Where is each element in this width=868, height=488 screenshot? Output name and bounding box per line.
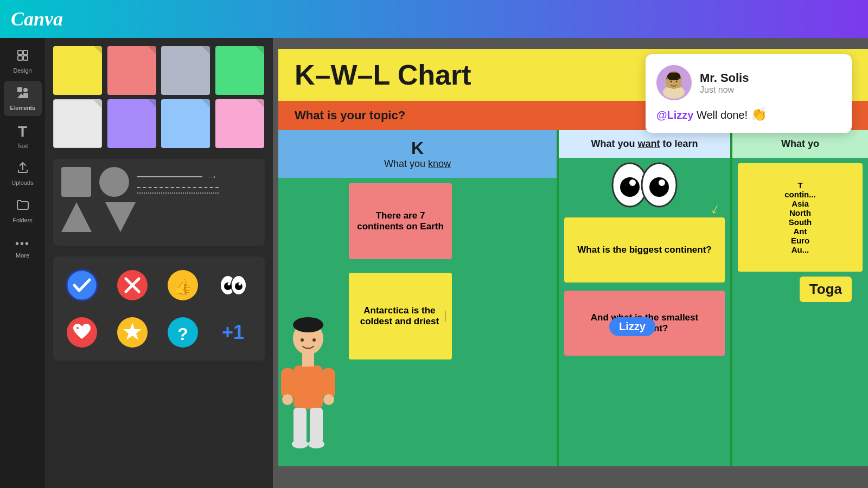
kwl-title: K–W–L Chart bbox=[295, 59, 471, 91]
sidebar-item-text[interactable]: T Text bbox=[4, 118, 42, 153]
lizzy-cursor-label: Lizzy bbox=[609, 317, 655, 336]
note-7-continents[interactable]: There are 7 continents on Earth bbox=[349, 183, 452, 259]
plus1-sticker[interactable]: +1 bbox=[213, 312, 253, 352]
kwl-l-header: What yo bbox=[732, 130, 868, 158]
note-antarctica[interactable]: Antarctica is the coldest and driest bbox=[349, 273, 452, 359]
more-icon: ••• bbox=[15, 237, 30, 250]
design-icon bbox=[16, 49, 29, 65]
sticky-salmon[interactable] bbox=[107, 46, 156, 95]
triangle-up-shape[interactable] bbox=[61, 202, 92, 232]
svg-point-17 bbox=[227, 282, 230, 285]
comment-header: Mr. Solis Just now bbox=[656, 65, 841, 100]
kwl-columns: K What you know There are 7 continents o… bbox=[278, 130, 868, 466]
question-sticker[interactable]: ? bbox=[162, 312, 203, 352]
sidebar-item-uploads[interactable]: Uploads bbox=[4, 156, 42, 191]
sticky-white[interactable] bbox=[53, 99, 102, 148]
k-col-content: There are 7 continents on Earth Antarcti… bbox=[278, 178, 557, 449]
sticky-purple[interactable] bbox=[107, 99, 156, 148]
canvas-area[interactable]: K–W–L Chart What is your topic? K What y… bbox=[273, 38, 868, 488]
uploads-icon bbox=[16, 161, 29, 177]
triangle-down-shape[interactable] bbox=[105, 202, 136, 232]
sidebar-item-design[interactable]: Design bbox=[4, 43, 42, 79]
sticky-pink[interactable] bbox=[215, 99, 264, 148]
sticky-yellow[interactable] bbox=[53, 46, 102, 95]
main-layout: Design Elements T Text bbox=[0, 38, 868, 488]
commenter-name: Mr. Solis bbox=[700, 71, 749, 85]
checkmark-sticker[interactable] bbox=[61, 265, 102, 305]
solid-line bbox=[137, 176, 202, 177]
sticky-blue[interactable] bbox=[161, 99, 210, 148]
cross-sticker[interactable] bbox=[112, 265, 152, 305]
dotted-line[interactable] bbox=[137, 192, 219, 194]
folders-icon bbox=[16, 198, 29, 215]
sidebar-uploads-label: Uploads bbox=[11, 179, 33, 186]
svg-point-50 bbox=[671, 81, 672, 82]
star-sticker[interactable] bbox=[112, 312, 152, 352]
svg-point-29 bbox=[282, 394, 293, 405]
svg-rect-31 bbox=[302, 353, 314, 367]
elements-icon bbox=[16, 86, 29, 102]
eyes-sticker[interactable] bbox=[213, 265, 253, 305]
lines-group: → bbox=[137, 170, 257, 194]
svg-rect-4 bbox=[17, 87, 22, 92]
svg-point-42 bbox=[629, 179, 636, 186]
svg-point-37 bbox=[312, 338, 316, 342]
square-shape[interactable] bbox=[61, 167, 91, 197]
kwl-k-subtitle: What you know bbox=[286, 158, 548, 170]
comment-message: Well done! bbox=[697, 109, 751, 121]
shapes-panel: → bbox=[53, 159, 265, 246]
note-biggest-continent[interactable]: What is the biggest continent? bbox=[564, 217, 725, 282]
stickers-grid bbox=[53, 46, 265, 148]
shapes-row-2 bbox=[61, 202, 257, 232]
svg-rect-33 bbox=[310, 408, 323, 443]
svg-rect-2 bbox=[18, 56, 22, 60]
sidebar-item-elements[interactable]: Elements bbox=[4, 81, 42, 116]
thumbsup-sticker[interactable]: 👍 bbox=[162, 265, 203, 305]
kwl-w-header: What you want to learn bbox=[559, 130, 730, 158]
l-col-notes: Tcontin...AsiaNorthSouthAntEuroAu... bbox=[732, 158, 868, 277]
svg-point-25 bbox=[293, 317, 323, 332]
svg-rect-1 bbox=[23, 50, 28, 55]
text-icon: T bbox=[18, 123, 27, 140]
sidebar-item-folders[interactable]: Folders bbox=[4, 193, 42, 228]
dashed-line[interactable] bbox=[137, 187, 219, 188]
svg-point-34 bbox=[292, 440, 308, 448]
comment-emoji: 👏 bbox=[751, 107, 767, 121]
svg-point-40 bbox=[620, 177, 640, 197]
svg-point-36 bbox=[301, 338, 304, 342]
sidebar-folders-label: Folders bbox=[12, 217, 33, 223]
svg-text:?: ? bbox=[177, 324, 188, 344]
svg-rect-7 bbox=[23, 93, 28, 98]
kwl-k-column: K What you know There are 7 continents o… bbox=[278, 130, 559, 466]
svg-rect-52 bbox=[667, 73, 680, 80]
kwl-w-column: What you want to learn ↓ bbox=[559, 130, 732, 466]
text-cursor bbox=[445, 311, 445, 322]
kwl-k-header: K What you know bbox=[278, 130, 557, 178]
svg-rect-3 bbox=[23, 56, 28, 60]
sticky-gray[interactable] bbox=[161, 46, 210, 95]
arrow-line[interactable]: → bbox=[137, 170, 257, 183]
sidebar-item-more[interactable]: ••• More bbox=[4, 230, 42, 266]
sticky-green[interactable] bbox=[215, 46, 264, 95]
kwl-w-subtitle: What you want to learn bbox=[567, 138, 722, 150]
shapes-row-1: → bbox=[61, 167, 257, 197]
sidebar: Design Elements T Text bbox=[0, 38, 45, 488]
w-col-notes: What is the biggest continent? And what … bbox=[559, 212, 730, 361]
eyes-sticker-container: ↓ bbox=[559, 158, 730, 212]
heart-sticker[interactable] bbox=[61, 312, 102, 352]
top-bar: Canva bbox=[0, 0, 868, 38]
comment-user-info: Mr. Solis Just now bbox=[700, 71, 749, 95]
comment-body: @Lizzy Well done! 👏 bbox=[656, 107, 841, 122]
canva-logo[interactable]: Canva bbox=[11, 8, 63, 30]
kwl-l-subtitle: What yo bbox=[741, 138, 860, 150]
svg-rect-28 bbox=[322, 368, 335, 398]
svg-rect-27 bbox=[281, 368, 295, 398]
circle-shape[interactable] bbox=[99, 167, 129, 197]
svg-point-20 bbox=[76, 327, 79, 329]
sidebar-design-label: Design bbox=[13, 67, 31, 74]
note-l-partial[interactable]: Tcontin...AsiaNorthSouthAntEuroAu... bbox=[738, 163, 863, 272]
character-figure bbox=[278, 317, 338, 460]
svg-rect-0 bbox=[18, 50, 22, 55]
comment-time: Just now bbox=[700, 85, 749, 95]
icons-panel: 👍 bbox=[53, 256, 265, 361]
